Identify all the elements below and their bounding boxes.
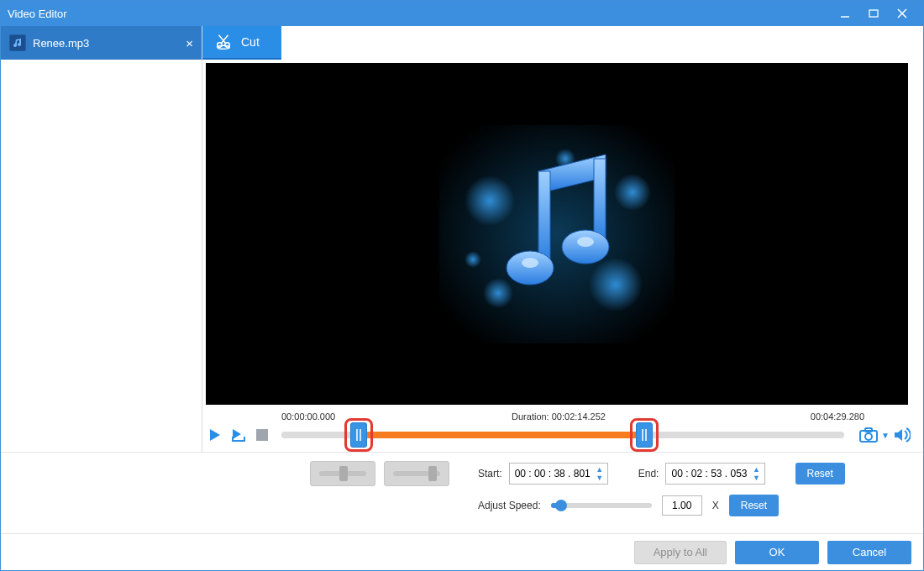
start-label: Start: bbox=[478, 468, 502, 479]
play-segment-button[interactable] bbox=[229, 426, 248, 444]
timeline-duration-label: Duration: 00:02:14.252 bbox=[512, 411, 606, 422]
selection-end-handle[interactable] bbox=[636, 422, 653, 448]
timeline-area: 00:00:00.000 Duration: 00:02:14.252 00:0… bbox=[202, 408, 923, 452]
cut-tool-button[interactable]: Cut bbox=[202, 26, 281, 60]
svg-point-9 bbox=[614, 174, 651, 211]
speed-slider-knob[interactable] bbox=[555, 500, 567, 511]
svg-marker-21 bbox=[233, 429, 241, 439]
file-tab-close-icon[interactable]: × bbox=[186, 36, 193, 50]
start-spin-down[interactable]: ▼ bbox=[594, 474, 606, 482]
svg-rect-1 bbox=[869, 10, 878, 17]
svg-point-18 bbox=[522, 258, 538, 268]
svg-rect-24 bbox=[244, 437, 245, 441]
svg-point-19 bbox=[577, 237, 594, 247]
snapshot-button[interactable] bbox=[859, 426, 878, 444]
split-right-button[interactable] bbox=[384, 461, 449, 486]
start-spin-up[interactable]: ▲ bbox=[594, 465, 606, 474]
reset-range-button[interactable]: Reset bbox=[795, 463, 845, 485]
svg-marker-28 bbox=[895, 429, 902, 441]
cut-tool-label: Cut bbox=[241, 35, 260, 49]
file-sidebar: Renee.mp3 × bbox=[1, 26, 202, 452]
play-button[interactable] bbox=[206, 426, 224, 444]
music-note-icon bbox=[439, 125, 675, 343]
file-tab-label: Renee.mp3 bbox=[33, 37, 89, 50]
svg-rect-14 bbox=[538, 171, 550, 264]
svg-rect-15 bbox=[594, 159, 606, 243]
selection-start-handle[interactable] bbox=[350, 422, 367, 448]
end-label: End: bbox=[638, 468, 659, 479]
start-time-value: 00 : 00 : 38 . 801 bbox=[515, 468, 591, 479]
speed-value-box[interactable]: 1.00 bbox=[662, 495, 702, 516]
svg-line-2 bbox=[898, 9, 906, 18]
speed-label: Adjust Speed: bbox=[478, 500, 541, 511]
reset-speed-button[interactable]: Reset bbox=[729, 495, 779, 516]
speed-slider[interactable] bbox=[551, 503, 652, 508]
split-middle-button[interactable] bbox=[310, 461, 375, 486]
svg-rect-23 bbox=[232, 437, 234, 441]
snapshot-chevron-icon[interactable]: ▼ bbox=[881, 431, 890, 440]
footer-bar: Apply to All OK Cancel bbox=[1, 533, 923, 570]
minimize-button[interactable] bbox=[831, 2, 859, 25]
ok-button[interactable]: OK bbox=[735, 541, 819, 564]
maximize-button[interactable] bbox=[859, 2, 888, 25]
volume-button[interactable] bbox=[893, 426, 911, 444]
svg-point-13 bbox=[465, 251, 481, 268]
stop-icon bbox=[256, 429, 268, 441]
timeline-track[interactable] bbox=[281, 432, 844, 438]
timeline-end-label: 00:04:29.280 bbox=[811, 411, 864, 422]
controls-panel: Start: 00 : 00 : 38 . 801 ▲▼ End: 00 : 0… bbox=[1, 453, 923, 533]
svg-line-3 bbox=[898, 9, 906, 18]
timeline-start-label: 00:00:00.000 bbox=[281, 411, 335, 422]
svg-marker-20 bbox=[210, 429, 220, 441]
window-title: Video Editor bbox=[8, 8, 67, 20]
scissor-icon bbox=[214, 32, 233, 53]
preview-area[interactable] bbox=[206, 63, 908, 405]
close-window-button[interactable] bbox=[888, 2, 916, 25]
tool-row: Cut bbox=[202, 26, 923, 60]
cancel-button[interactable]: Cancel bbox=[827, 541, 911, 564]
start-time-input[interactable]: 00 : 00 : 38 . 801 ▲▼ bbox=[509, 463, 608, 485]
end-spin-up[interactable]: ▲ bbox=[751, 465, 763, 474]
svg-point-10 bbox=[589, 258, 643, 312]
app-window: Video Editor Renee.mp3 × bbox=[0, 0, 924, 571]
end-time-value: 00 : 02 : 53 . 053 bbox=[671, 468, 747, 479]
main-area: Cut bbox=[202, 26, 923, 452]
end-time-input[interactable]: 00 : 02 : 53 . 053 ▲▼ bbox=[665, 463, 764, 485]
stop-button[interactable] bbox=[253, 426, 271, 444]
file-tab[interactable]: Renee.mp3 × bbox=[1, 26, 202, 60]
apply-to-all-button[interactable]: Apply to All bbox=[634, 541, 727, 564]
svg-rect-22 bbox=[232, 440, 245, 442]
svg-point-27 bbox=[865, 433, 872, 440]
titlebar[interactable]: Video Editor bbox=[1, 1, 923, 26]
svg-point-11 bbox=[483, 278, 513, 308]
end-spin-down[interactable]: ▼ bbox=[751, 474, 763, 482]
file-music-icon bbox=[9, 34, 26, 51]
timeline-selection bbox=[359, 432, 643, 438]
svg-point-8 bbox=[465, 175, 515, 226]
speed-unit: X bbox=[712, 500, 719, 511]
